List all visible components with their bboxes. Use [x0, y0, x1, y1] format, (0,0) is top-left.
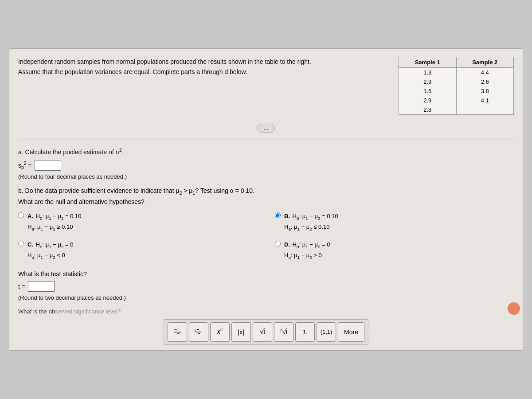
table-row: 1.63.8	[399, 86, 513, 96]
option-d-text: D. H0: μ1 − μ2 = 0 Ha: μ1 − μ2 > 0	[284, 240, 330, 261]
test-stat-note: (Round to two decimal places as needed.)	[18, 294, 514, 301]
sp2-row: sp2 =	[18, 160, 514, 171]
part-b-section: b. Do the data provide sufficient eviden…	[18, 187, 514, 261]
fraction-button[interactable]	[168, 322, 187, 342]
test-stat-label: What is the test statistic?	[18, 270, 514, 278]
options-grid: A. H0: μ1 − μ2 = 0.10 Ha: μ1 − μ2 ≥ 0.10…	[18, 211, 514, 262]
data-table: Sample 1 Sample 2 1.34.42.92.61.63.82.94…	[399, 57, 514, 115]
more-button[interactable]: More	[338, 322, 364, 342]
col2-header: Sample 2	[456, 57, 513, 68]
col1-header: Sample 1	[399, 57, 456, 68]
mixed-fraction-button[interactable]: 1	[189, 322, 208, 342]
option-a: A. H0: μ1 − μ2 = 0.10 Ha: μ1 − μ2 ≥ 0.10	[18, 211, 257, 233]
table-row: 2.94.1	[399, 96, 513, 105]
partial-label: What is the observed significance level?	[18, 308, 121, 315]
table-cell: 2.8	[399, 105, 456, 114]
part-a-note: (Round to four decimal places as needed.…	[18, 173, 514, 180]
paren-icon: (1,1)	[321, 329, 332, 335]
sqrt-button[interactable]: √i	[253, 322, 272, 342]
paren-button[interactable]: (1,1)	[317, 322, 336, 342]
part-b-label: b. Do the data provide sufficient eviden…	[18, 187, 514, 196]
sqrt-icon: √i	[260, 328, 265, 336]
absolute-icon: |x|	[238, 328, 244, 336]
option-b-text: B. H0: μ1 − μ2 = 0.10 Ha: μ1 − μ2 ≤ 0.10	[284, 211, 338, 233]
option-c-radio[interactable]	[18, 241, 24, 246]
table-row: 2.8	[399, 105, 513, 114]
main-container: Independent random samples from normal p…	[9, 48, 523, 350]
svg-text:1: 1	[194, 329, 196, 332]
table-cell	[456, 105, 513, 114]
mixed-fraction-icon: 1	[193, 327, 204, 337]
hypotheses-question: What are the null and alternative hypoth…	[18, 198, 514, 205]
option-b: B. H0: μ1 − μ2 = 0.10 Ha: μ1 − μ2 ≤ 0.10	[275, 211, 514, 233]
divider-1	[18, 140, 514, 140]
expand-button[interactable]: ...	[257, 124, 275, 133]
t-input[interactable]	[28, 281, 55, 292]
top-section: Independent random samples from normal p…	[18, 57, 514, 115]
fraction-icon	[172, 327, 182, 337]
superscript-button[interactable]: x□	[210, 322, 230, 342]
option-a-text: A. H0: μ1 − μ2 = 0.10 Ha: μ1 − μ2 ≥ 0.10	[27, 211, 81, 233]
option-d-radio[interactable]	[275, 241, 281, 246]
t-input-row: t =	[18, 281, 514, 292]
nthroot-button[interactable]: n√i	[274, 322, 293, 342]
table-row: 1.34.4	[399, 68, 513, 78]
absolute-value-button[interactable]: |x|	[231, 322, 251, 342]
option-d: D. H0: μ1 − μ2 = 0 Ha: μ1 − μ2 > 0	[275, 240, 514, 261]
sp2-label: sp2 =	[18, 160, 32, 170]
option-a-radio[interactable]	[18, 212, 24, 218]
superscript-icon: x□	[217, 328, 223, 336]
test-stat-section: What is the test statistic? t = (Round t…	[18, 270, 514, 301]
option-c: C. H0: μ1 − μ2 = 0 Ha: μ1 − μ2 < 0	[18, 240, 257, 261]
option-c-text: C. H0: μ1 − μ2 = 0 Ha: μ1 − μ2 < 0	[27, 240, 73, 261]
table-cell: 2.9	[399, 96, 456, 105]
partial-bottom-text: What is the observed significance level?	[18, 308, 514, 315]
table-cell: 3.8	[456, 86, 513, 96]
table-cell: 4.4	[456, 68, 513, 78]
math-toolbar: 1 x□ |x| √i n√i 1. (1,1) More	[163, 319, 369, 345]
sp2-input[interactable]	[35, 160, 61, 171]
table-row: 2.92.6	[399, 77, 513, 86]
decimal-icon: 1.	[302, 329, 308, 336]
table-cell: 2.9	[399, 77, 456, 86]
part-a-label: a. Calculate the pooled estimate of σ2.	[18, 147, 514, 156]
decimal-button[interactable]: 1.	[295, 322, 315, 342]
table-cell: 1.3	[399, 68, 456, 78]
option-b-radio[interactable]	[275, 212, 281, 218]
table-cell: 1.6	[399, 86, 456, 96]
problem-intro: Independent random samples from normal p…	[18, 57, 320, 77]
t-prefix: t =	[18, 283, 25, 290]
nthroot-icon: n√i	[280, 328, 287, 336]
svg-rect-0	[174, 329, 177, 330]
svg-rect-2	[177, 333, 180, 334]
expand-section: ...	[18, 124, 514, 133]
scroll-indicator	[508, 302, 520, 315]
table-cell: 4.1	[456, 96, 513, 105]
svg-rect-6	[198, 333, 200, 334]
part-a-section: a. Calculate the pooled estimate of σ2. …	[18, 147, 514, 180]
table-cell: 2.6	[456, 77, 513, 86]
svg-rect-4	[197, 329, 199, 330]
